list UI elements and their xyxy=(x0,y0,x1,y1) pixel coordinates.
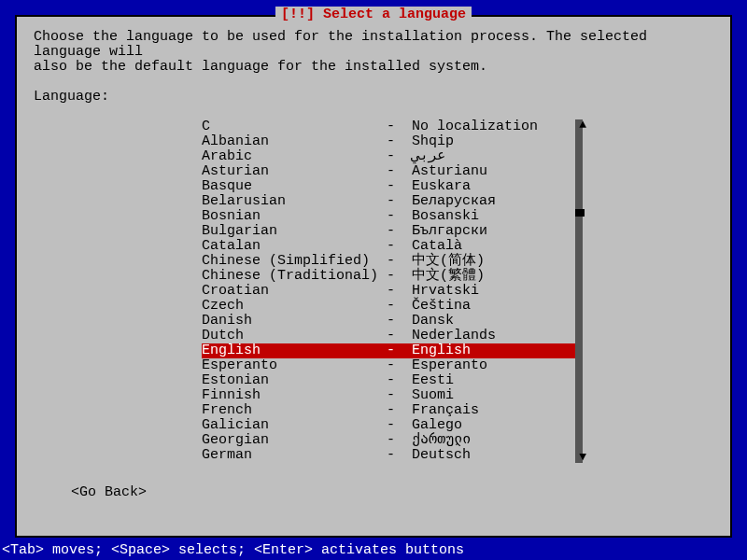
language-option[interactable]: C - No localization xyxy=(202,119,575,134)
language-option[interactable]: Finnish - Suomi xyxy=(202,388,575,403)
language-option[interactable]: Dutch - Nederlands xyxy=(202,329,575,343)
language-option[interactable]: Asturian - Asturianu xyxy=(202,164,575,179)
go-back-button[interactable]: <Go Back> xyxy=(71,485,713,500)
language-option[interactable]: Georgian - ქართული xyxy=(202,433,575,448)
language-option[interactable]: Arabic - عربي xyxy=(202,149,575,164)
language-option[interactable]: Albanian - Shqip xyxy=(202,134,575,149)
scrollbar[interactable] xyxy=(575,119,583,463)
language-option[interactable]: Chinese (Simplified) - 中文(简体) xyxy=(202,254,575,269)
scroll-thumb[interactable] xyxy=(575,209,585,217)
language-option[interactable]: English - English xyxy=(202,343,575,358)
language-option[interactable]: Croatian - Hrvatski xyxy=(202,284,575,299)
language-option[interactable]: Belarusian - Беларуская xyxy=(202,194,575,209)
instruction-text: Choose the language to be used for the i… xyxy=(34,30,713,75)
scroll-down-icon[interactable]: ▼ xyxy=(579,450,586,465)
language-option[interactable]: Bulgarian - Български xyxy=(202,224,575,239)
language-option[interactable]: Catalan - Català xyxy=(202,239,575,254)
language-option[interactable]: Estonian - Eesti xyxy=(202,373,575,388)
dialog-frame: [!!] Select a language Choose the langua… xyxy=(15,15,732,538)
language-option[interactable]: Galician - Galego xyxy=(202,418,575,433)
footer-hint: <Tab> moves; <Space> selects; <Enter> ac… xyxy=(2,543,464,558)
language-option[interactable]: Basque - Euskara xyxy=(202,179,575,194)
language-option[interactable]: Bosnian - Bosanski xyxy=(202,209,575,224)
language-label: Language: xyxy=(34,90,713,105)
scroll-up-icon[interactable]: ▲ xyxy=(579,118,586,133)
language-list[interactable]: ▲ ▼ C - No localization Albanian - Shqip… xyxy=(202,119,575,463)
language-option[interactable]: Esperanto - Esperanto xyxy=(202,358,575,373)
language-option[interactable]: French - Français xyxy=(202,403,575,418)
language-option[interactable]: Chinese (Traditional) - 中文(繁體) xyxy=(202,269,575,284)
language-option[interactable]: Danish - Dansk xyxy=(202,314,575,329)
language-option[interactable]: Czech - Čeština xyxy=(202,299,575,314)
language-option[interactable]: German - Deutsch xyxy=(202,448,575,463)
